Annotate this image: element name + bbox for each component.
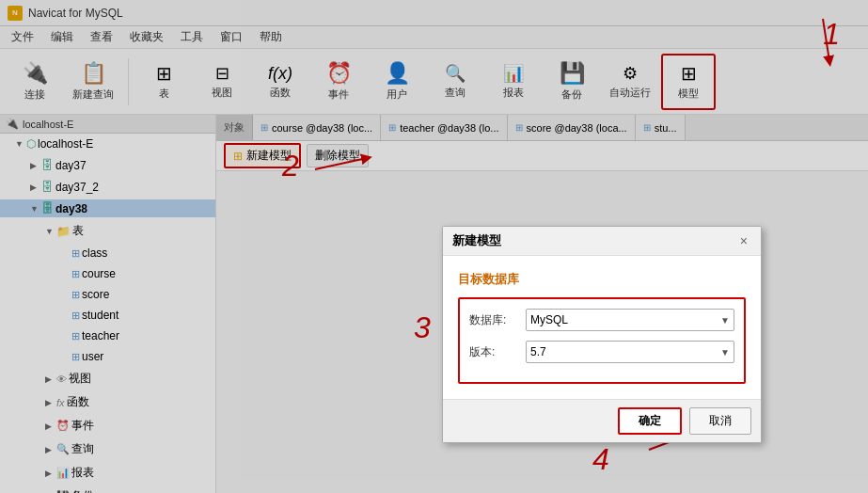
db-label: 数据库: (469, 312, 526, 328)
version-select-arrow-icon: ▼ (720, 347, 730, 358)
db-select[interactable]: MySQL ▼ (526, 309, 734, 331)
dialog-section-label: 目标数据库 (458, 271, 746, 288)
version-label: 版本: (469, 344, 526, 360)
version-select-value: 5.7 (530, 345, 546, 358)
db-select-value: MySQL (530, 313, 568, 326)
dialog-target-box: 数据库: MySQL ▼ 版本: 5.7 ▼ (458, 297, 746, 384)
dialog-body: 目标数据库 数据库: MySQL ▼ 版本: 5.7 ▼ (443, 256, 761, 399)
new-model-dialog: 新建模型 × 目标数据库 数据库: MySQL ▼ 版本: 5.7 ▼ 确定 取… (442, 226, 762, 443)
dialog-cancel-btn[interactable]: 取消 (689, 407, 751, 435)
dialog-footer: 确定 取消 (443, 399, 761, 442)
dialog-title-bar: 新建模型 × (443, 227, 761, 256)
dialog-title-text: 新建模型 (452, 232, 501, 249)
db-select-arrow-icon: ▼ (720, 315, 730, 326)
dialog-close-btn[interactable]: × (736, 233, 751, 248)
dialog-ok-btn[interactable]: 确定 (618, 407, 682, 435)
db-form-row: 数据库: MySQL ▼ (469, 309, 734, 331)
version-select[interactable]: 5.7 ▼ (526, 341, 734, 363)
version-form-row: 版本: 5.7 ▼ (469, 341, 734, 363)
